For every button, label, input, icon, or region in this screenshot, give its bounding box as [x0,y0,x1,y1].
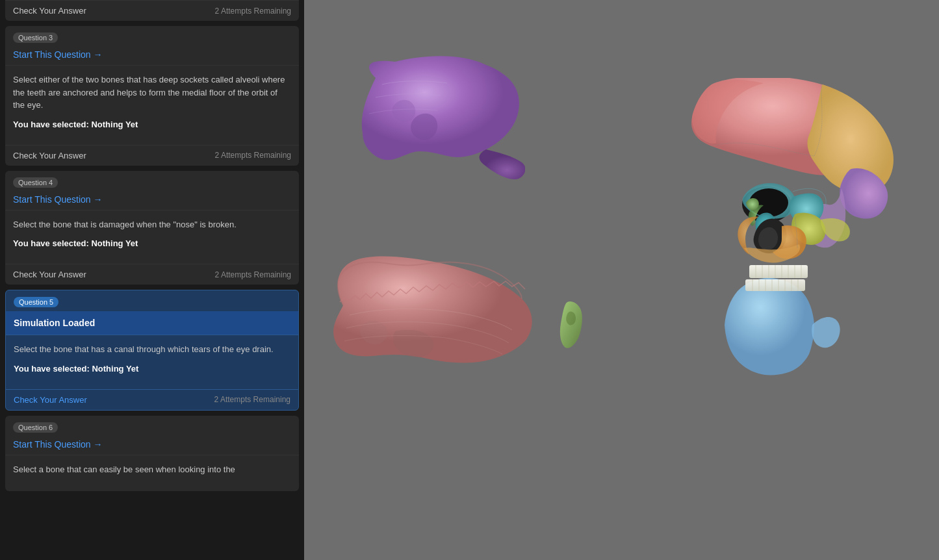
skull-scene [304,0,939,560]
start-question-3-link[interactable]: Start This Question → [13,49,291,60]
question-body-3: Select either of the two bones that has … [5,65,299,145]
question-card-4: Question 4 Start This Question → Select … [5,171,299,285]
right-panel [304,0,939,560]
question-header-3: Start This Question → [5,47,299,65]
selected-label-4: You have selected: Nothing Yet [13,238,291,248]
question-header-6: Start This Question → [5,437,299,455]
bone-green[interactable] [558,299,584,351]
question-text-3: Select either of the two bones that has … [13,73,291,112]
start-question-4-link[interactable]: Start This Question → [13,194,291,205]
question-badge-4: Question 4 [13,177,58,188]
check-answer-button-5[interactable]: Check Your Answer [14,395,87,405]
start-question-6-link[interactable]: Start This Question → [13,439,291,450]
selected-label-3: You have selected: Nothing Yet [13,120,291,129]
question-card-partial-top: Check Your Answer 2 Attempts Remaining [5,0,299,21]
question-text-6: Select a bone that can easily be seen wh… [13,463,291,476]
attempts-remaining: 2 Attempts Remaining [215,6,291,16]
question-body-5: Select the bone that has a canal through… [6,335,298,389]
question-badge-3: Question 3 [13,32,58,43]
question-text-4: Select the bone that is damaged when the… [13,218,291,231]
question-footer-5: Check Your Answer 2 Attempts Remaining [6,389,298,410]
question-body-4: Select the bone that is damaged when the… [5,210,299,264]
question-header-4: Start This Question → [5,192,299,210]
simulation-loaded-label: Simulation Loaded [6,311,298,335]
svg-rect-2 [749,265,808,278]
bone-purple[interactable] [356,52,525,195]
question-card-3: Question 3 Start This Question → Select … [5,26,299,166]
question-badge-6: Question 6 [13,422,58,433]
question-card-5: Question 5 Simulation Loaded Select the … [5,290,299,411]
bone-pink[interactable] [330,253,538,435]
check-answer-button[interactable]: Check Your Answer [13,6,86,16]
left-panel: Check Your Answer 2 Attempts Remaining Q… [0,0,304,560]
question-footer-4: Check Your Answer 2 Attempts Remaining [5,264,299,285]
check-answer-button-3[interactable]: Check Your Answer [13,151,86,160]
check-answer-button-4[interactable]: Check Your Answer [13,270,86,279]
attempts-remaining-4: 2 Attempts Remaining [215,270,291,279]
question-body-6: Select a bone that can easily be seen wh… [5,455,299,492]
question-footer: Check Your Answer 2 Attempts Remaining [5,0,299,21]
selected-label-5: You have selected: Nothing Yet [14,364,290,374]
question-card-6: Question 6 Start This Question → Select … [5,416,299,492]
svg-rect-11 [745,279,805,291]
attempts-remaining-3: 2 Attempts Remaining [215,151,291,160]
attempts-remaining-5: 2 Attempts Remaining [214,395,290,404]
question-footer-3: Check Your Answer 2 Attempts Remaining [5,145,299,166]
question-badge-5: Question 5 [14,297,58,307]
skull-main[interactable] [653,78,900,468]
question-text-5: Select the bone that has a canal through… [14,343,290,356]
